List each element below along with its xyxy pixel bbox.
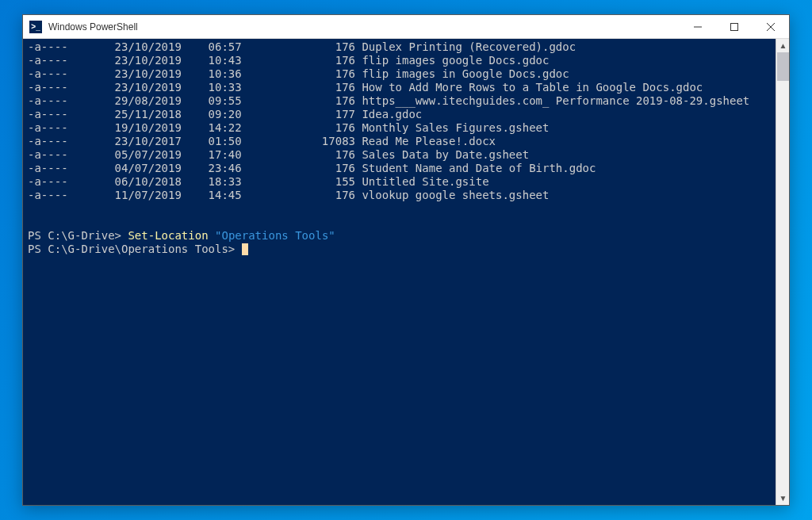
minimize-button[interactable]	[680, 15, 716, 39]
file-row: -a---- 05/07/2019 17:40 176 Sales Data b…	[28, 148, 771, 162]
powershell-icon: >_	[29, 21, 42, 33]
file-row: -a---- 11/07/2019 14:45 176 vlookup goog…	[28, 189, 771, 202]
file-row: -a---- 23/10/2017 01:50 17083 Read Me Pl…	[28, 135, 771, 148]
prompt-prefix: PS C:\G-Drive>	[28, 229, 128, 242]
prompt-line: PS C:\G-Drive\Operations Tools>	[28, 243, 771, 256]
cursor	[242, 243, 248, 255]
file-row: -a---- 29/08/2019 09:55 176 https___www.…	[28, 94, 771, 108]
titlebar[interactable]: >_ Windows PowerShell	[23, 15, 789, 39]
window-controls	[680, 15, 789, 39]
cmdlet-name: Set-Location	[128, 229, 208, 242]
file-row: -a---- 19/10/2019 14:22 176 Monthly Sale…	[28, 121, 771, 135]
blank-line	[28, 202, 771, 216]
maximize-button[interactable]	[716, 15, 753, 39]
svg-rect-1	[731, 23, 738, 30]
file-row: -a---- 04/07/2019 23:46 176 Student Name…	[28, 162, 771, 175]
file-row: -a---- 23/10/2019 10:36 176 flip images …	[28, 67, 771, 81]
scroll-thumb[interactable]	[777, 52, 789, 81]
close-button[interactable]	[753, 15, 789, 39]
powershell-window: >_ Windows PowerShell -a---- 23/10/2019 …	[22, 14, 790, 506]
scrollbar[interactable]: ▲ ▼	[776, 39, 789, 505]
file-row: -a---- 06/10/2018 18:33 155 Untitled Sit…	[28, 175, 771, 189]
prompt-line: PS C:\G-Drive> Set-Location "Operations …	[28, 229, 771, 243]
cmdlet-arg: "Operations Tools"	[215, 229, 335, 242]
file-row: -a---- 25/11/2018 09:20 177 Idea.gdoc	[28, 108, 771, 121]
window-title: Windows PowerShell	[48, 21, 680, 32]
prompt-prefix: PS C:\G-Drive\Operations Tools>	[28, 243, 242, 255]
file-row: -a---- 23/10/2019 10:33 176 How to Add M…	[28, 81, 771, 94]
scroll-up-arrow[interactable]: ▲	[776, 39, 789, 52]
blank-line	[28, 216, 771, 229]
console-output[interactable]: -a---- 23/10/2019 06:57 176 Duplex Print…	[23, 39, 776, 505]
file-row: -a---- 23/10/2019 10:43 176 flip images …	[28, 54, 771, 67]
scroll-down-arrow[interactable]: ▼	[776, 491, 789, 505]
console-area: -a---- 23/10/2019 06:57 176 Duplex Print…	[23, 39, 789, 505]
file-row: -a---- 23/10/2019 06:57 176 Duplex Print…	[28, 40, 771, 54]
